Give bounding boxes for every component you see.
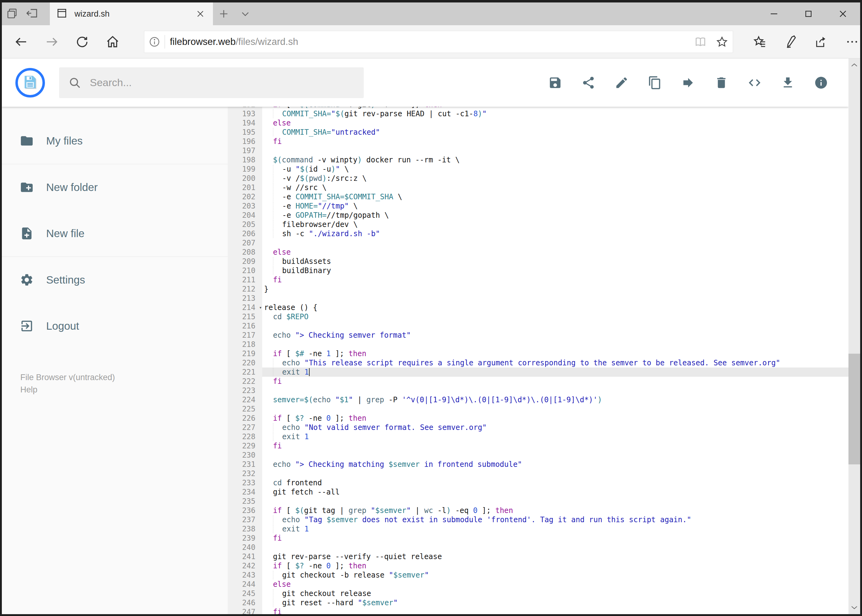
code-line-197[interactable]: 197 [228,146,848,155]
info-button[interactable] [808,70,834,96]
code-line-239[interactable]: 239 fi [228,534,848,543]
code-line-241[interactable]: 241 git rev-parse --verify --quiet relea… [228,552,848,561]
code-line-227[interactable]: 227 echo "Not valid semver format. See s… [228,423,848,432]
save-button[interactable] [542,70,568,96]
code-line-226[interactable]: 226 if [ $? -ne 0 ]; then [228,414,848,423]
source-code-button[interactable] [742,70,767,96]
code-line-247[interactable]: 247 fi [228,607,848,614]
forward-button[interactable] [41,30,63,54]
code-line-194[interactable]: 194 else [228,118,848,127]
scroll-up-arrow[interactable] [848,58,860,72]
address-bar[interactable]: filebrowser.web/files/wizard.sh [144,31,733,53]
code-line-209[interactable]: 209 buildAssets [228,257,848,266]
vertical-scrollbar[interactable] [848,58,860,614]
code-line-234[interactable]: 234 git fetch --all [228,487,848,497]
code-line-206[interactable]: 206 sh -c "./wizard.sh -b" [228,229,848,238]
site-info-icon[interactable] [144,36,165,48]
code-line-232[interactable]: 232 [228,469,848,478]
code-line-222[interactable]: 222 fi [228,377,848,386]
close-window-button[interactable] [826,2,860,25]
scroll-down-arrow[interactable] [848,600,860,614]
code-line-244[interactable]: 244 else [228,580,848,589]
copy-button[interactable] [642,70,668,96]
back-button[interactable] [10,30,32,54]
code-line-231[interactable]: 231 echo "> Checking matching $semver in… [228,460,848,469]
code-line-199[interactable]: 199 -u "$(id -u)" \ [228,165,848,174]
code-line-214[interactable]: 214▾release () { [228,303,848,312]
code-line-233[interactable]: 233 cd frontend [228,478,848,487]
code-line-229[interactable]: 229 fi [228,441,848,451]
help-link[interactable]: Help [20,383,228,396]
more-options-button[interactable] [839,30,862,54]
sidebar-item-new-file[interactable]: New file [2,211,228,256]
maximize-button[interactable] [791,2,826,25]
home-button[interactable] [102,30,124,54]
sidebar-item-my-files[interactable]: My files [2,118,228,164]
sidebar-item-new-folder[interactable]: New folder [2,164,228,211]
code-line-198[interactable]: 198 $(command -v winpty) docker run --rm… [228,155,848,165]
code-line-230[interactable]: 230 [228,451,848,460]
code-line-219[interactable]: 219 if [ $# -ne 1 ]; then [228,349,848,358]
sidebar-item-logout[interactable]: Logout [2,303,228,349]
code-line-211[interactable]: 211 fi [228,275,848,284]
code-line-245[interactable]: 245 git checkout release [228,589,848,598]
code-line-225[interactable]: 225 [228,404,848,414]
tab-preview-button[interactable] [2,2,22,25]
search-bar[interactable] [59,68,364,98]
code-line-216[interactable]: 216 [228,321,848,331]
move-button[interactable] [675,70,701,96]
code-line-224[interactable]: 224 semver=$(echo "$1" | grep -P '^v(0|[… [228,395,848,404]
code-line-204[interactable]: 204 -e GOPATH=//tmp/gopath \ [228,211,848,220]
tab-list-chevron-button[interactable] [235,2,256,25]
share-page-button[interactable] [808,30,835,54]
code-line-212[interactable]: 212} [228,284,848,294]
reading-view-icon[interactable] [690,35,711,48]
code-line-207[interactable]: 207 [228,238,848,248]
search-input[interactable] [89,76,349,89]
new-tab-button[interactable] [213,2,235,25]
code-editor[interactable]: 192 if [ "$(command -v git)" != "" ]; th… [228,107,848,614]
code-line-192[interactable]: 192 if [ "$(command -v git)" != "" ]; th… [228,107,848,109]
code-line-236[interactable]: 236 if [ $(git tag | grep "$semver" | wc… [228,506,848,515]
edit-button[interactable] [609,70,635,96]
sidebar-item-settings[interactable]: Settings [2,257,228,303]
refresh-button[interactable] [71,30,93,54]
favorite-star-icon[interactable] [711,35,733,48]
fold-marker-icon[interactable]: ▾ [259,303,262,312]
code-line-243[interactable]: 243 git checkout -b release "$semver" [228,570,848,580]
code-line-205[interactable]: 205 filebrowser/dev \ [228,220,848,229]
code-line-220[interactable]: 220 echo "This release script requires a… [228,358,848,368]
code-line-202[interactable]: 202 -e COMMIT_SHA=$COMMIT_SHA \ [228,192,848,201]
code-line-235[interactable]: 235 [228,497,848,506]
filebrowser-logo[interactable] [16,68,45,97]
share-button[interactable] [575,70,601,96]
ink-notes-button[interactable] [777,30,804,54]
tab-close-button[interactable] [193,7,207,21]
code-line-217[interactable]: 217 echo "> Checking semver format" [228,331,848,340]
code-line-237[interactable]: 237 echo "Tag $semver does not exist in … [228,515,848,524]
code-line-203[interactable]: 203 -e HOME="//tmp" \ [228,201,848,211]
minimize-button[interactable] [757,2,791,25]
code-line-223[interactable]: 223 [228,386,848,395]
code-line-208[interactable]: 208 else [228,248,848,257]
code-line-240[interactable]: 240 [228,543,848,552]
code-line-228[interactable]: 228 exit 1 [228,432,848,441]
code-line-242[interactable]: 242 if [ $? -ne 0 ]; then [228,561,848,570]
hub-favorites-button[interactable] [747,30,773,54]
set-tabs-aside-button[interactable] [22,2,43,25]
url-text[interactable]: filebrowser.web/files/wizard.sh [170,36,690,47]
code-line-238[interactable]: 238 exit 1 [228,524,848,534]
code-line-215[interactable]: 215 cd $REPO [228,312,848,321]
code-line-246[interactable]: 246 git reset --hard "$semver" [228,598,848,607]
scrollbar-thumb[interactable] [848,354,860,464]
code-line-201[interactable]: 201 -w //src \ [228,183,848,192]
code-line-200[interactable]: 200 -v /$(pwd):/src:z \ [228,174,848,183]
browser-tab[interactable]: wizard.sh [50,2,213,25]
code-line-193[interactable]: 193 COMMIT_SHA="$(git rev-parse HEAD | c… [228,109,848,118]
code-line-218[interactable]: 218 [228,340,848,349]
delete-button[interactable] [708,70,734,96]
download-button[interactable] [775,70,801,96]
code-line-196[interactable]: 196 fi [228,137,848,146]
code-line-221[interactable]: 221 exit 1 [228,368,848,377]
code-line-195[interactable]: 195 COMMIT_SHA="untracked" [228,127,848,137]
